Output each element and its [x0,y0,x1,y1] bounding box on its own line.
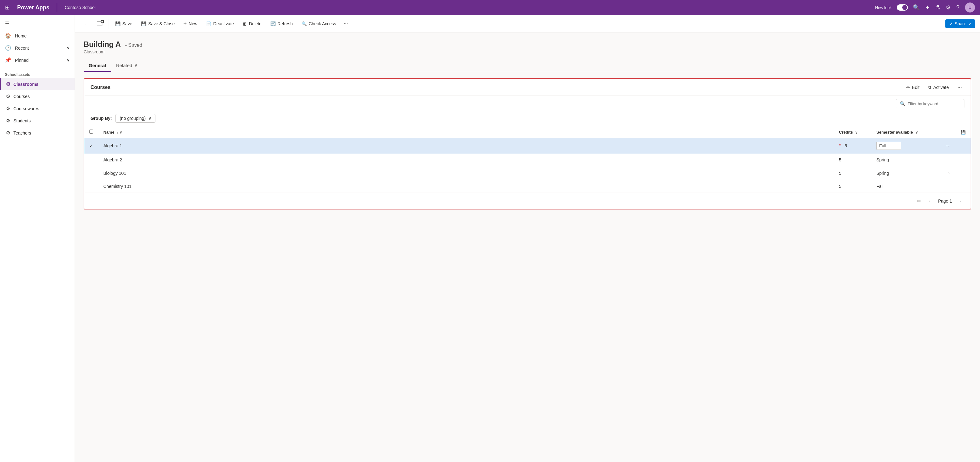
row4-semester: Fall [872,180,940,193]
row1-navigate-icon[interactable]: → [945,143,951,149]
tab-general[interactable]: General [84,60,111,72]
deactivate-icon: 📄 [206,21,211,26]
row3-save [956,166,970,180]
row3-navigate-icon[interactable]: → [945,170,951,176]
new-button[interactable]: + New [180,18,201,29]
sidebar-top: ☰ 🏠 Home 🕐 Recent ∨ 📌 Pinned ∨ [0,15,75,69]
semester-sort-icons: ∨ [915,131,918,135]
row3-name[interactable]: Biology 101 [98,166,834,180]
tab-related[interactable]: Related ∨ [111,59,143,72]
table-row: Biology 101 5 Spring → [84,166,970,180]
sidebar-item-home[interactable]: 🏠 Home [0,30,75,42]
row4-credits: 5 [834,180,872,193]
col-header-nav [940,126,956,138]
toolbar-separator-1 [108,19,109,29]
row3-credits: 5 [834,166,872,180]
home-label: Home [15,33,27,38]
sidebar-item-pinned[interactable]: 📌 Pinned ∨ [0,54,75,66]
deactivate-button[interactable]: 📄 Deactivate [202,19,237,28]
select-all-checkbox[interactable] [89,129,93,134]
row1-name[interactable]: Algebra 1 [98,138,834,154]
delete-button[interactable]: 🗑 Delete [239,19,265,28]
row2-check[interactable] [84,154,98,166]
saved-badge: - Saved [125,43,142,48]
record-header: Building A - Saved Classroom [84,40,971,54]
new-look-toggle[interactable] [897,4,908,11]
top-nav-icons: 🔍 + ⚗ ⚙ ? U [913,3,975,13]
group-by-chevron-icon: ∨ [148,116,151,121]
waffle-icon[interactable]: ⊞ [5,4,10,11]
sidebar-menu-button[interactable]: ☰ [0,18,75,30]
courses-icon: ⚙ [6,93,10,99]
save-close-button[interactable]: 💾 Save & Close [137,19,178,28]
page-next-button[interactable]: → [955,197,964,205]
sidebar-item-coursewares[interactable]: ⚙ Coursewares [0,102,75,115]
share-button[interactable]: ↗ Share ∨ [945,19,975,28]
classrooms-label: Classrooms [13,82,38,87]
row3-check[interactable] [84,166,98,180]
col-header-name[interactable]: Name ↑ ∨ [98,126,834,138]
content-area: ← 💾 Save 💾 Save & Close + New 📄 [75,15,980,462]
row2-save [956,154,970,166]
row4-check[interactable] [84,180,98,193]
record-title: Building A - Saved [84,40,971,49]
more-icon: ⋯ [344,21,348,26]
refresh-icon: 🔄 [270,21,275,26]
nav-divider [57,3,57,12]
check-access-button[interactable]: 🔍 Check Access [298,19,340,28]
new-icon: + [183,20,187,27]
sidebar-item-students[interactable]: ⚙ Students [0,115,75,127]
recent-label: Recent [15,46,29,51]
new-look-label: New look [875,5,892,10]
row1-semester[interactable]: Fall [872,138,940,154]
pinned-chevron-icon: ∨ [67,58,70,62]
search-icon[interactable]: 🔍 [913,4,920,11]
row1-checkmark-icon: ✓ [89,143,93,148]
more-button[interactable]: ⋯ [341,19,350,28]
row4-name[interactable]: Chemistry 101 [98,180,834,193]
recent-chevron-icon: ∨ [67,46,70,50]
row1-save [956,138,970,154]
row4-save [956,180,970,193]
row2-name[interactable]: Algebra 2 [98,154,834,166]
sidebar-item-recent[interactable]: 🕐 Recent ∨ [0,42,75,54]
filter-icon[interactable]: ⚗ [935,4,940,11]
row1-check[interactable]: ✓ [84,138,98,154]
add-icon[interactable]: + [925,3,929,11]
col-header-semester[interactable]: Semester available ∨ [872,126,940,138]
activate-button[interactable]: ⧉ Activate [926,83,951,91]
back-button[interactable]: ← [80,19,92,28]
open-button[interactable] [93,20,106,28]
row4-nav [940,180,956,193]
record-subtitle: Classroom [84,49,971,54]
col-header-credits[interactable]: Credits ∨ [834,126,872,138]
avatar[interactable]: U [965,3,975,13]
save-button[interactable]: 💾 Save [111,19,136,28]
students-icon: ⚙ [6,118,10,124]
page-first-button[interactable]: ⇐ [914,197,923,205]
sidebar-item-courses[interactable]: ⚙ Courses [0,90,75,102]
filter-input[interactable] [908,102,960,106]
refresh-button[interactable]: 🔄 Refresh [267,19,296,28]
panel-more-button[interactable]: ⋯ [955,84,964,91]
edit-button[interactable]: ✏ Edit [904,84,922,91]
sidebar-item-classrooms[interactable]: ⚙ Classrooms [0,78,75,90]
row1-nav[interactable]: → [940,138,956,154]
sidebar: ☰ 🏠 Home 🕐 Recent ∨ 📌 Pinned ∨ School as… [0,15,75,462]
group-by-select[interactable]: (no grouping) ∨ [116,114,155,123]
pinned-label: Pinned [15,58,29,63]
delete-icon: 🗑 [242,21,247,26]
sidebar-item-teachers[interactable]: ⚙ Teachers [0,127,75,139]
share-chevron-icon: ∨ [968,21,971,26]
tabs: General Related ∨ [84,59,971,72]
courses-panel-header: Courses ✏ Edit ⧉ Activate ⋯ [84,79,970,96]
col-header-check[interactable] [84,126,98,138]
row3-nav[interactable]: → [940,166,956,180]
row3-semester: Spring [872,166,940,180]
help-icon[interactable]: ? [956,4,959,11]
row2-nav [940,154,956,166]
settings-icon[interactable]: ⚙ [946,4,951,11]
page-content: Building A - Saved Classroom General Rel… [75,32,980,462]
row1-semester-field[interactable]: Fall [877,142,901,150]
page-prev-button[interactable]: ← [926,197,936,205]
